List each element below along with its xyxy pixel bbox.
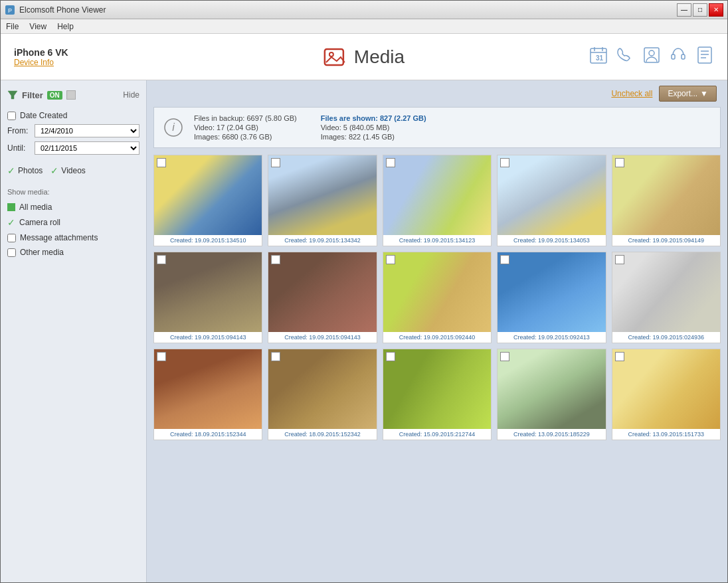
info-icon: i (163, 118, 183, 137)
headset-icon[interactable] (669, 46, 687, 68)
filter-on-toggle[interactable]: ON (47, 91, 62, 100)
menu-view[interactable]: View (24, 19, 52, 33)
calendar-icon[interactable]: 31 (589, 46, 608, 68)
photo-item[interactable]: Created: 13.09.2015:185229 (497, 349, 606, 440)
photo-item[interactable]: Created: 18.09.2015:152344 (153, 349, 262, 440)
photo-item[interactable]: Created: 19.09.2015:094143 (153, 252, 262, 343)
export-button[interactable]: Export... ▼ (659, 86, 717, 102)
photo-grid: Created: 19.09.2015:134510Created: 19.09… (153, 155, 721, 440)
window-controls: — □ ✕ (677, 3, 723, 17)
camera-roll-check: ✓ (7, 217, 15, 228)
other-media-checkbox[interactable] (7, 248, 16, 257)
filter-row: Filter ON Hide (7, 87, 139, 103)
other-media-option[interactable]: Other media (7, 246, 139, 258)
photo-checkbox[interactable] (386, 255, 395, 264)
photo-checkbox[interactable] (500, 158, 509, 167)
message-attachments-checkbox[interactable] (7, 234, 16, 242)
sidebar: Filter ON Hide Date Created From: 12/4/2… (1, 80, 147, 583)
photo-caption: Created: 19.09.2015:094149 (612, 235, 720, 246)
media-icon (323, 45, 347, 69)
svg-marker-17 (8, 91, 17, 99)
photo-checkbox[interactable] (386, 352, 395, 361)
photo-item[interactable]: Created: 18.09.2015:152342 (268, 349, 377, 440)
photo-checkbox[interactable] (157, 255, 166, 264)
camera-roll-option[interactable]: ✓ Camera roll (7, 216, 139, 229)
photo-caption: Created: 19.09.2015:134342 (268, 235, 376, 246)
photos-option[interactable]: ✓ Photos (7, 165, 43, 176)
all-media-option[interactable]: All media (7, 201, 139, 213)
photo-thumbnail (383, 349, 491, 429)
photo-item[interactable]: Created: 19.09.2015:092413 (497, 252, 606, 343)
photo-checkbox[interactable] (615, 158, 624, 167)
photo-checkbox[interactable] (500, 255, 509, 264)
svg-text:i: i (172, 122, 175, 133)
svg-rect-11 (672, 54, 675, 59)
device-info: iPhone 6 VK Device Info (14, 47, 68, 67)
photo-caption: Created: 19.09.2015:024936 (612, 332, 720, 343)
videos-option[interactable]: ✓ Videos (50, 165, 85, 176)
photo-checkbox[interactable] (271, 158, 280, 167)
photo-item[interactable]: Created: 19.09.2015:134510 (153, 155, 262, 246)
photo-checkbox[interactable] (386, 158, 395, 167)
photo-checkbox[interactable] (615, 255, 624, 264)
photo-item[interactable]: Created: 19.09.2015:134053 (497, 155, 606, 246)
date-created-row: Date Created (7, 111, 139, 120)
photo-checkbox[interactable] (157, 158, 166, 167)
photo-caption: Created: 18.09.2015:152342 (268, 429, 376, 440)
photo-caption: Created: 19.09.2015:094143 (154, 332, 262, 343)
maximize-button[interactable]: □ (693, 3, 707, 17)
minimize-button[interactable]: — (677, 3, 691, 17)
from-date-select[interactable]: 12/4/2010 (35, 124, 139, 137)
notes-icon[interactable] (695, 46, 714, 68)
photo-item[interactable]: Created: 19.09.2015:094143 (268, 252, 377, 343)
svg-text:P: P (8, 7, 12, 14)
hide-button[interactable]: Hide (123, 90, 139, 100)
photo-thumbnail (154, 349, 262, 429)
device-info-link[interactable]: Device Info (14, 58, 68, 67)
media-options: All media ✓ Camera roll Message attachme… (7, 201, 139, 258)
phone-icon[interactable] (616, 46, 634, 68)
contacts-icon[interactable] (642, 46, 661, 68)
close-button[interactable]: ✕ (709, 3, 723, 17)
info-bar: i Files in backup: 6697 (5.80 GB) Video:… (153, 107, 721, 148)
photo-checkbox[interactable] (615, 352, 624, 361)
photo-item[interactable]: Created: 19.09.2015:024936 (612, 252, 721, 343)
all-media-label: All media (19, 203, 52, 212)
shown-info: Files are shown: 827 (2.27 GB) Video: 5 … (321, 114, 426, 141)
photo-checkbox[interactable] (500, 352, 509, 361)
photo-caption: Created: 18.09.2015:152344 (154, 429, 262, 440)
app-header: iPhone 6 VK Device Info Media 31 (1, 34, 727, 80)
photo-item[interactable]: Created: 13.09.2015:151733 (612, 349, 721, 440)
message-attachments-option[interactable]: Message attachments (7, 232, 139, 244)
photo-thumbnail (383, 252, 491, 332)
uncheck-all-button[interactable]: Uncheck all (611, 89, 652, 98)
photo-item[interactable]: Created: 19.09.2015:094149 (612, 155, 721, 246)
until-row: Until: 02/11/2015 (7, 141, 139, 155)
filter-toggle-bar[interactable] (66, 90, 76, 100)
date-created-checkbox[interactable] (7, 112, 16, 120)
date-section: Date Created From: 12/4/2010 Until: 02/1… (7, 108, 139, 157)
photo-caption: Created: 15.09.2015:212744 (383, 429, 491, 440)
photos-check: ✓ (7, 165, 15, 176)
video-shown: Video: 5 (840.05 MB) (321, 124, 426, 131)
photo-checkbox[interactable] (157, 352, 166, 361)
menu-help[interactable]: Help (52, 19, 79, 33)
app-title: Elcomsoft Phone Viewer (19, 5, 677, 15)
backup-info: Files in backup: 6697 (5.80 GB) Video: 1… (194, 114, 297, 141)
menu-file[interactable]: File (1, 19, 24, 33)
photo-item[interactable]: Created: 19.09.2015:092440 (383, 252, 492, 343)
photo-checkbox[interactable] (271, 352, 280, 361)
photo-checkbox[interactable] (271, 255, 280, 264)
svg-point-3 (329, 52, 333, 56)
media-type-row: ✓ Photos ✓ Videos (7, 163, 139, 179)
photo-caption: Created: 19.09.2015:092413 (498, 332, 605, 343)
photo-item[interactable]: Created: 15.09.2015:212744 (383, 349, 492, 440)
files-in-backup: Files in backup: 6697 (5.80 GB) (194, 114, 297, 122)
videos-check: ✓ (50, 165, 58, 176)
photo-thumbnail (612, 252, 720, 332)
until-date-select[interactable]: 02/11/2015 (35, 141, 139, 155)
photo-item[interactable]: Created: 19.09.2015:134123 (383, 155, 492, 246)
photo-thumbnail (268, 252, 376, 332)
photo-item[interactable]: Created: 19.09.2015:134342 (268, 155, 377, 246)
photo-thumbnail (498, 155, 605, 235)
